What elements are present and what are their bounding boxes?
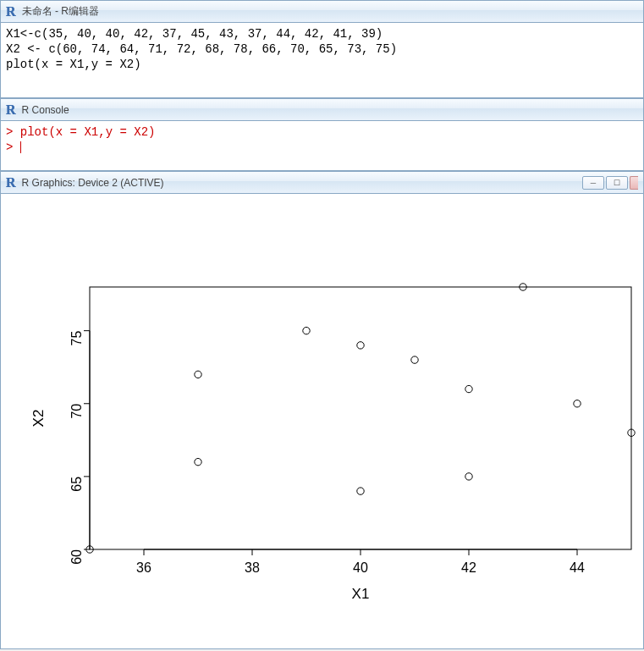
x-tick-label: 38 [245, 560, 260, 575]
r-logo-icon: R [6, 4, 17, 19]
console-command: plot(x = X1,y = X2) [20, 125, 156, 139]
x-tick-label: 36 [136, 560, 151, 575]
graphics-body: 363840424460657075X1X2 [1, 194, 643, 626]
maximize-button[interactable]: ☐ [606, 176, 628, 190]
data-point [195, 371, 201, 378]
data-point [411, 356, 418, 363]
data-point [357, 342, 364, 349]
x-tick-label: 40 [353, 560, 368, 575]
editor-titlebar[interactable]: R 未命名 - R编辑器 ─ [1, 1, 643, 23]
console-prompt: > [6, 141, 20, 154]
minimize-button[interactable]: ─ [582, 176, 604, 190]
editor-window: R 未命名 - R编辑器 ─ X1<-c(35, 40, 40, 42, 37,… [0, 0, 644, 98]
console-title: R Console [22, 104, 638, 116]
console-window: R R Console > plot(x = X1,y = X2) > [0, 98, 644, 171]
console-titlebar[interactable]: R R Console [1, 99, 643, 121]
editor-line: X2 <- c(60, 74, 64, 71, 72, 68, 78, 66, … [6, 42, 397, 56]
console-prompt: > [6, 125, 20, 139]
r-logo-icon: R [6, 102, 17, 118]
y-tick-label: 65 [69, 477, 84, 492]
data-point [465, 385, 472, 392]
y-tick-label: 60 [69, 549, 84, 565]
data-point [574, 400, 581, 407]
scatter-plot: 363840424460657075X1X2 [1, 194, 643, 648]
graphics-window-controls: ─ ☐ [582, 176, 638, 190]
editor-line: plot(x = X1,y = X2) [6, 58, 141, 71]
y-tick-label: 70 [69, 404, 84, 419]
x-tick-label: 44 [570, 560, 585, 575]
console-body[interactable]: > plot(x = X1,y = X2) > [1, 121, 643, 158]
data-point [303, 327, 310, 334]
x-axis-label: X1 [352, 586, 370, 602]
graphics-titlebar[interactable]: R R Graphics: Device 2 (ACTIVE) ─ ☐ [1, 172, 643, 194]
r-logo-icon: R [6, 175, 17, 190]
data-point [465, 473, 472, 480]
y-tick-label: 75 [69, 331, 84, 346]
editor-line: X1<-c(35, 40, 40, 42, 37, 45, 43, 37, 44… [6, 27, 383, 41]
y-axis-label: X2 [30, 410, 47, 428]
editor-title: 未命名 - R编辑器 [22, 4, 616, 19]
close-button[interactable] [630, 176, 638, 190]
graphics-window: R R Graphics: Device 2 (ACTIVE) ─ ☐ 3638… [0, 171, 644, 649]
editor-body[interactable]: X1<-c(35, 40, 40, 42, 37, 45, 43, 37, 44… [1, 23, 643, 75]
plot-frame [90, 287, 631, 549]
data-point [195, 458, 201, 465]
graphics-title: R Graphics: Device 2 (ACTIVE) [22, 177, 582, 189]
data-point [357, 488, 364, 494]
cursor-icon [20, 141, 21, 153]
x-tick-label: 42 [461, 560, 476, 575]
